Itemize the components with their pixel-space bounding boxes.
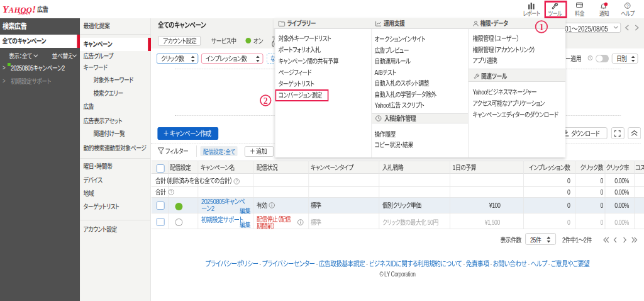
svg-text:2: 2: [264, 96, 268, 105]
svg-text:?: ?: [170, 190, 173, 194]
svg-text:?: ?: [589, 56, 591, 60]
svg-text:1: 1: [539, 22, 544, 32]
svg-text:?: ?: [236, 179, 238, 183]
svg-text:?: ?: [626, 4, 629, 8]
